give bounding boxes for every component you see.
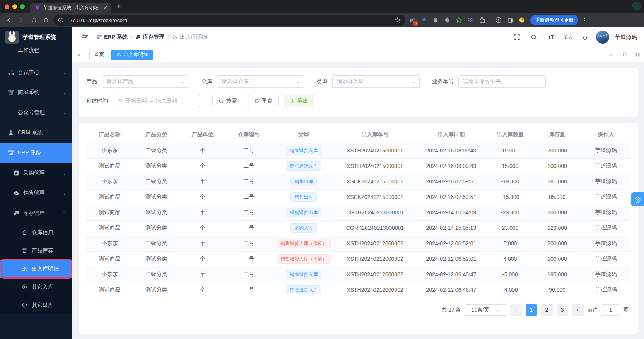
page-size-select[interactable]: 10条/页 ⌄ (465, 304, 506, 316)
refresh-tab-icon[interactable] (618, 47, 631, 62)
page-2-button[interactable]: 2 (541, 304, 553, 316)
date-filter-label: 创建时间 (86, 98, 108, 104)
extension-gray-icon[interactable]: 光 (431, 15, 440, 25)
table-row[interactable]: 测试商品 测试分类 个 二号 销售出库 XSCK20240215000001 2… (86, 189, 630, 205)
browser-tab[interactable]: 芋道管理系统 - 出入库明细 ✕ (30, 3, 111, 13)
menu-fold-icon[interactable] (79, 31, 91, 43)
store-icon (8, 150, 14, 156)
browser-tab-strip: 芋道管理系统 - 出入库明细 ✕ + ⌄ (0, 0, 644, 13)
table-row[interactable]: 小东东 二级分类 个 二号 销售退货入库（作废） XSTH20240212000… (86, 236, 630, 251)
username[interactable]: 芋道源码 (615, 34, 637, 41)
back-icon[interactable] (4, 15, 14, 25)
breadcrumb-stock-mgmt[interactable]: 库存管理 (135, 34, 164, 41)
breadcrumb-separator: / (167, 34, 169, 40)
sidebar-item-purchase-mgmt[interactable]: A 采购管理 ⌄ (0, 163, 72, 183)
table-row[interactable]: 小东东 二级分类 个 二号 销售退货入库 XSTH20240215000001 … (86, 143, 630, 158)
sidebar-item-product-stock[interactable]: 产品库存 (0, 241, 72, 260)
theme-settings-button[interactable] (631, 192, 644, 206)
circle-minus-icon (22, 302, 28, 308)
scroll-left-icon[interactable]: « (72, 47, 85, 62)
tab-home[interactable]: 首页 (89, 50, 109, 60)
address-bar[interactable]: 127.0.0.1/erp/stock/record (53, 15, 405, 26)
page-suffix: 页 (624, 306, 629, 313)
table-row[interactable]: 测试商品 测试分类 个 二号 销售退货入库 XSTH20240212000002… (86, 282, 630, 298)
layout-grid-icon[interactable] (631, 47, 644, 62)
home-outline-icon (22, 229, 28, 236)
close-window-button[interactable] (5, 4, 9, 9)
sidebar-item-warehouse-info[interactable]: 仓库信息 (0, 223, 72, 241)
type-tag: 销售退货入库 (286, 270, 321, 279)
extension-chevrons-icon[interactable] (466, 15, 475, 25)
type-tag: 销售出库 (290, 192, 317, 202)
sidebar-item-stock-record[interactable]: 出入库明细 (0, 260, 72, 278)
product-select[interactable]: 请选择产品 ⌄ (102, 75, 189, 88)
total-count: 共 27 条 (442, 306, 461, 313)
warehouse-select[interactable]: 请选择仓库 ⌄ (217, 75, 304, 88)
sidebar-item-sales-mgmt[interactable]: 销售管理 ⌄ (0, 183, 72, 203)
goto-page-input[interactable] (601, 304, 620, 316)
search-icon (219, 98, 224, 104)
browser-menu-icon[interactable]: ⋮ (581, 17, 589, 23)
extension-star-icon[interactable] (454, 15, 463, 25)
breadcrumb-erp[interactable]: ERP 系统 (96, 34, 127, 41)
translate-icon[interactable]: 文A (562, 31, 574, 43)
avatar[interactable]: 文心一言 (596, 31, 609, 44)
tab-close-icon[interactable]: ✕ (103, 5, 108, 11)
extension-badge: 6 (413, 21, 418, 26)
table-row[interactable]: 小东东 二级分类 个 二号 销售退货入库 XSTH20240212000002 … (86, 267, 630, 282)
reload-icon[interactable] (29, 15, 39, 25)
sidebar-item-crm-system[interactable]: CRM 系统 ⌄ (0, 123, 72, 143)
chevron-down-icon: ⌄ (63, 171, 66, 175)
sidebar-item-erp-system[interactable]: ERP 系统 ⌃ (0, 143, 72, 163)
prev-page-button[interactable]: ‹ (510, 304, 522, 316)
table-row[interactable]: 测试商品 测试分类 个 二号 采购入库 CGRK20240213000001 2… (86, 220, 630, 236)
app-logo-row[interactable]: 芋道管理系统 (0, 27, 72, 47)
font-size-icon[interactable]: TT (545, 31, 557, 43)
sidebar-item-mall-system[interactable]: 商城系统 ⌄ (0, 82, 72, 103)
page-3-button[interactable]: 3 (557, 304, 568, 316)
sidebar-item-member-center[interactable]: 会员中心 ⌄ (0, 62, 72, 82)
table-row[interactable]: 测试商品 测试分类 个 二号 销售退货入库 XSTH20240215000001… (86, 158, 630, 174)
page-1-button[interactable]: 1 (526, 304, 537, 316)
type-select[interactable]: 请选择类型 ⌄ (332, 75, 420, 88)
export-button[interactable]: 导出 (284, 95, 314, 107)
type-tag: 采购入库 (290, 223, 317, 233)
extension-panel-icon[interactable] (506, 15, 515, 25)
reset-button[interactable]: 重置 (248, 95, 279, 107)
table-row[interactable]: 测试商品 测试分类 个 二号 销售退货入库（作废） XSTH2024021200… (86, 251, 630, 267)
bizno-input[interactable] (458, 75, 546, 88)
fullscreen-icon[interactable] (511, 31, 523, 43)
site-info-icon[interactable] (58, 17, 63, 23)
minimize-window-button[interactable] (12, 4, 17, 9)
extension-emoji-icon[interactable] (517, 15, 526, 25)
search-button[interactable]: 搜索 (212, 95, 243, 107)
search-icon[interactable] (528, 31, 540, 43)
extension-balloon-icon[interactable] (419, 15, 429, 25)
sidebar-item-official-account[interactable]: 公众号管理 ⌄ (0, 103, 72, 123)
chrome-update-button[interactable]: 重新启动即可更新 (530, 15, 578, 25)
scroll-right-icon[interactable]: » (605, 47, 618, 62)
new-tab-button[interactable]: + (117, 2, 121, 10)
table-row[interactable]: 测试商品 测试分类 个 二号 采购退货出库 CGTH20240213000001… (86, 205, 630, 220)
extension-green-circle-icon[interactable] (442, 15, 452, 25)
bookmark-star-icon[interactable] (395, 17, 401, 23)
zoom-window-button[interactable] (20, 4, 25, 9)
sidebar-item-other-in[interactable]: 其它入库 (0, 278, 72, 296)
home-icon[interactable] (41, 15, 51, 25)
forward-icon[interactable] (16, 15, 26, 25)
tab-stock-record[interactable]: 出入库明细 (111, 50, 153, 60)
extension-lightning-icon[interactable] (494, 15, 503, 25)
sidebar-item-other-out[interactable]: 其它出库 (0, 296, 72, 314)
sidebar-item-workflow[interactable]: 工作流程 ⌄ (0, 47, 72, 62)
extension-tabs-icon[interactable]: 6 (408, 15, 417, 25)
workflow-icon (8, 47, 14, 53)
extensions-puzzle-icon[interactable] (477, 15, 487, 25)
next-page-button[interactable]: › (572, 304, 584, 316)
bell-icon[interactable] (579, 31, 591, 43)
chevron-down-icon: ⌄ (63, 47, 66, 51)
table-card: 产品名称 产品分类 产品单位 仓库编号 类型 出入库单号 出入库日期 出入库数量… (79, 123, 638, 334)
table-row[interactable]: 小东东 二级分类 个 二号 销售出库 XSCK20240215000001 20… (86, 174, 630, 189)
sidebar-item-stock-mgmt[interactable]: 库存管理 ⌃ (0, 203, 72, 223)
browser-profile-chip[interactable]: ⌄ (632, 2, 641, 10)
date-range-picker[interactable]: 开始日期 – 结束日期 (113, 95, 200, 107)
